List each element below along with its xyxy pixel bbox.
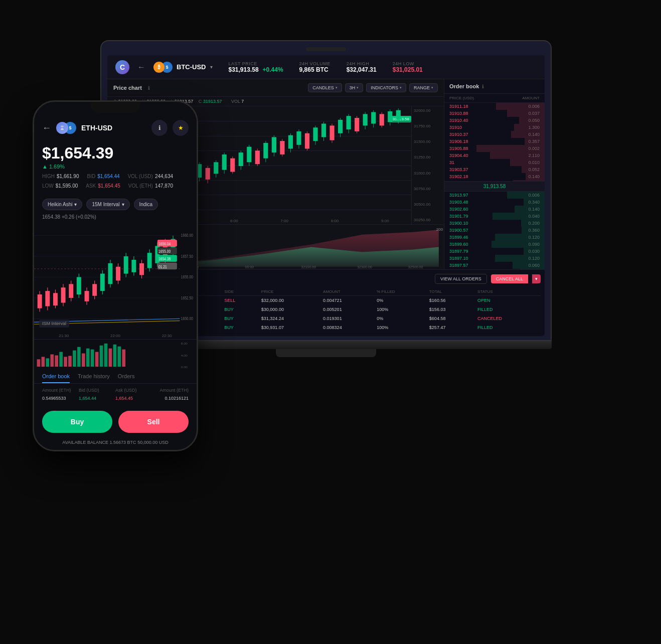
- order-book-sell-row[interactable]: 31911.18 0.006: [444, 103, 545, 110]
- phone-ob-col-1: Amount (ETH): [42, 388, 79, 393]
- svg-rect-136: [46, 358, 49, 367]
- low-value: $31,025.01: [393, 66, 423, 73]
- cancel-all-button[interactable]: CANCEL ALL: [491, 274, 528, 283]
- svg-rect-152: [117, 347, 121, 367]
- svg-rect-27: [222, 154, 227, 170]
- svg-rect-49: [313, 127, 317, 141]
- svg-rect-83: [38, 294, 42, 308]
- phone-back-button[interactable]: ←: [42, 123, 51, 133]
- order-book-buy-row[interactable]: 31899.60 0.090: [444, 241, 545, 248]
- coin-icons: ₿ $: [153, 62, 173, 73]
- svg-rect-55: [338, 120, 343, 133]
- order-price: $30,000.00: [258, 305, 320, 314]
- svg-rect-148: [100, 346, 103, 367]
- view-all-button[interactable]: VIEW ALL ORDERS: [435, 274, 487, 284]
- time-2130: 21:30: [59, 334, 69, 338]
- order-book-buy-row[interactable]: 31902.60 0.140: [444, 206, 545, 213]
- desktop-header: C ← ₿ $ BTC-USD ▾ LAST PRICE $31,913.58: [107, 55, 545, 79]
- order-book-buy-row[interactable]: 31903.48 0.340: [444, 199, 545, 206]
- sell-button[interactable]: Sell: [118, 411, 189, 433]
- svg-rect-101: [108, 263, 112, 284]
- trading-pair[interactable]: BTC-USD: [177, 63, 206, 71]
- phone-vol-eth-label: VOL (ETH): [128, 183, 153, 189]
- orderbook-info-icon[interactable]: ℹ: [482, 84, 484, 89]
- svg-rect-97: [92, 284, 97, 295]
- high-stat: 24H HIGH $32,047.31: [347, 61, 377, 73]
- svg-rect-107: [131, 260, 136, 272]
- phone-ob-col-2: Bid (USD): [79, 388, 115, 393]
- phone-chart[interactable]: 1660.00 1657.50 1655.00 1652.50 1650.00 …: [34, 222, 197, 333]
- chart-type-button[interactable]: Heikin Ashi ▾: [42, 199, 82, 210]
- interval-button[interactable]: 3H ▾: [345, 83, 364, 92]
- time-2230: 22:30: [162, 334, 172, 338]
- order-book-sell-row[interactable]: 31904.40 2.110: [444, 152, 545, 159]
- svg-text:4.00: 4.00: [181, 354, 188, 358]
- order-book-buy-row[interactable]: 31897.57 0.060: [444, 262, 545, 269]
- order-book-sell-row[interactable]: 31910.88 0.037: [444, 110, 545, 117]
- order-book-buy-row[interactable]: 31897.79 0.030: [444, 248, 545, 255]
- tab-order-book[interactable]: Order book: [42, 373, 70, 383]
- phone-info-button[interactable]: ℹ: [151, 120, 168, 136]
- order-book-sell-row[interactable]: 31 0.010: [444, 159, 545, 166]
- phone-favorite-button[interactable]: ★: [173, 120, 189, 136]
- phone-ob-eth-amount: 0.54965533: [42, 396, 79, 401]
- svg-rect-95: [85, 291, 89, 301]
- order-book-sell-row[interactable]: 31903.37 0.052: [444, 166, 545, 173]
- order-book-title: Order book: [449, 83, 479, 89]
- orders-col-header: PRICE: [258, 288, 320, 296]
- chart-info-icon[interactable]: ℹ: [148, 85, 150, 91]
- svg-text:1655.00: 1655.00: [181, 275, 193, 280]
- phone-ask-stat: ASK $1,654.45: [86, 183, 120, 189]
- tab-orders[interactable]: Orders: [118, 373, 135, 383]
- app-logo[interactable]: C: [115, 60, 129, 74]
- svg-rect-111: [147, 253, 152, 268]
- svg-rect-134: [37, 359, 41, 367]
- tab-trade-history[interactable]: Trade history: [78, 373, 110, 383]
- order-book-buy-row[interactable]: 31897.10 0.120: [444, 255, 545, 262]
- indicators-button[interactable]: INDICATORS ▾: [366, 83, 406, 92]
- order-book-buy-row[interactable]: 31900.10 0.200: [444, 220, 545, 227]
- svg-rect-150: [109, 349, 112, 367]
- cancel-dropdown-button[interactable]: ▾: [532, 274, 541, 283]
- svg-rect-45: [296, 131, 301, 145]
- svg-rect-41: [280, 141, 284, 154]
- svg-rect-39: [272, 137, 276, 152]
- phone-ob-ask: 1,654.45: [115, 396, 152, 401]
- back-button[interactable]: ←: [137, 63, 145, 72]
- phone-orderbook: Amount (ETH) Bid (USD) Ask (USD) Amount …: [34, 384, 197, 406]
- svg-text:1654.38: 1654.38: [158, 257, 171, 262]
- low-stat: 24H LOW $31,025.01: [393, 61, 423, 73]
- order-book-sell-row[interactable]: 31910.40 0.050: [444, 117, 545, 124]
- svg-rect-43: [288, 135, 293, 149]
- order-book-sell-row[interactable]: 31905.88 0.002: [444, 145, 545, 152]
- order-book-buy-row[interactable]: 31900.57 0.360: [444, 227, 545, 234]
- svg-rect-139: [59, 352, 63, 367]
- order-book-buy-row[interactable]: 31896.46 0.200: [444, 269, 545, 270]
- svg-rect-138: [55, 355, 58, 367]
- svg-rect-105: [124, 256, 128, 274]
- svg-text:1660.00: 1660.00: [181, 233, 193, 238]
- range-button[interactable]: RANGE ▾: [409, 83, 438, 92]
- indicators-button-mobile[interactable]: Indica: [134, 199, 158, 210]
- order-book-buy-row[interactable]: 31901.79 0.040: [444, 213, 545, 220]
- order-book-sell-row[interactable]: 31902.18 0.140: [444, 173, 545, 180]
- order-filled: 100%: [374, 323, 426, 332]
- interval-button-mobile[interactable]: 15M Interval ▾: [86, 199, 129, 210]
- order-book-buy-rows: 31913.97 0.006 31903.48 0.340 31902.60 0…: [444, 192, 545, 270]
- order-filled: 100%: [374, 305, 426, 314]
- pair-dropdown-icon[interactable]: ▾: [210, 64, 213, 70]
- buy-button[interactable]: Buy: [42, 411, 112, 433]
- balance-label: AVAILABLE BALANCE: [62, 440, 108, 445]
- order-book-sell-row[interactable]: 31906.18 0.357: [444, 138, 545, 145]
- svg-text:0.00: 0.00: [181, 365, 188, 369]
- order-book-buy-row[interactable]: 31899.46 0.120: [444, 234, 545, 241]
- phone-price: $1,654.39: [42, 144, 189, 163]
- phone-screen: ← Ξ $ ETH-USD ℹ ★ $1,654.39 ▲ 1.69% HIGH…: [34, 102, 197, 450]
- order-book-sell-row[interactable]: 31910.37 0.140: [444, 131, 545, 138]
- interval-chevron-mobile: ▾: [122, 202, 124, 207]
- order-book-sell-row[interactable]: 31910 1.300: [444, 124, 545, 131]
- order-book-buy-row[interactable]: 31913.97 0.006: [444, 192, 545, 199]
- candles-button[interactable]: CANDLES ▾: [308, 83, 342, 92]
- order-book-sell-row[interactable]: 31901.88 0.340: [444, 180, 545, 181]
- svg-rect-99: [100, 274, 105, 291]
